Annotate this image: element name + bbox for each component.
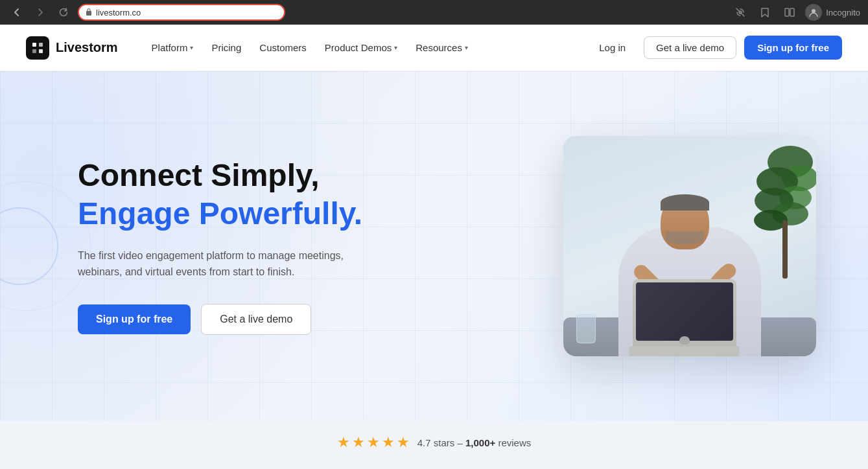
logo-link[interactable]: Livestorm [26, 36, 118, 60]
laptop [633, 279, 736, 347]
incognito-avatar [805, 4, 822, 21]
svg-rect-0 [86, 11, 91, 16]
chevron-down-icon: ▾ [394, 44, 397, 51]
svg-rect-5 [32, 43, 36, 47]
hero-section: Connect Simply, Engage Powerfully. The f… [0, 71, 868, 421]
laptop-screen [636, 282, 733, 341]
logo-text: Livestorm [56, 40, 118, 55]
bookmark-button[interactable] [756, 3, 774, 21]
reload-button[interactable] [54, 3, 73, 21]
rating-section: ★ ★ ★ ★ ★ 4.7 stars – 1,000+ reviews [0, 421, 868, 464]
nav-item-platform[interactable]: Platform ▾ [144, 37, 202, 58]
address-bar[interactable]: livestorm.co [78, 4, 285, 21]
get-demo-button[interactable]: Get a live demo [644, 36, 736, 59]
rating-score: 4.7 stars [417, 437, 455, 448]
nav-item-resources[interactable]: Resources ▾ [408, 37, 476, 58]
svg-rect-6 [39, 43, 43, 47]
hero-image [563, 136, 816, 356]
rating-label: reviews [498, 437, 531, 448]
hero-buttons: Sign up for free Get a live demo [78, 304, 454, 335]
nav-links: Platform ▾ Pricing Customers Product Dem… [144, 37, 476, 58]
nav-item-customers[interactable]: Customers [252, 37, 314, 58]
security-icon [86, 8, 92, 17]
address-text: livestorm.co [96, 8, 141, 17]
hero-content-right [563, 136, 816, 356]
browser-toolbar-right: Incognito [731, 3, 860, 21]
hero-signup-button[interactable]: Sign up for free [78, 304, 191, 334]
chevron-down-icon: ▾ [190, 44, 193, 51]
chevron-down-icon: ▾ [465, 44, 468, 51]
forward-button[interactable] [31, 3, 49, 21]
nav-item-pricing[interactable]: Pricing [204, 37, 249, 58]
back-button[interactable] [8, 3, 26, 21]
login-button[interactable]: Log in [589, 37, 636, 58]
star-5: ★ [397, 434, 410, 451]
logo-icon [26, 36, 49, 60]
incognito-badge: Incognito [805, 4, 860, 21]
nav-right: Log in Get a live demo Sign up for free [589, 36, 842, 60]
star-4: ★ [382, 434, 395, 451]
person-head [661, 194, 709, 249]
svg-point-4 [812, 9, 815, 13]
laptop-base [629, 347, 740, 356]
signup-button[interactable]: Sign up for free [744, 36, 842, 60]
website-content: Livestorm Platform ▾ Pricing Customers P… [0, 25, 868, 469]
glass [576, 314, 596, 343]
hero-content-left: Connect Simply, Engage Powerfully. The f… [78, 157, 454, 335]
hero-description: The first video engagement platform to m… [78, 247, 350, 280]
navbar: Livestorm Platform ▾ Pricing Customers P… [0, 25, 868, 71]
star-2: ★ [352, 434, 365, 451]
person-beard [666, 231, 704, 244]
svg-rect-7 [32, 49, 36, 53]
svg-rect-2 [785, 8, 789, 16]
camera-off-button[interactable] [731, 3, 749, 21]
hero-title-black: Connect Simply, [78, 157, 454, 193]
svg-rect-3 [790, 8, 794, 16]
browser-chrome: livestorm.co [0, 0, 868, 25]
hero-demo-button[interactable]: Get a live demo [201, 304, 311, 335]
star-1: ★ [337, 434, 350, 451]
person-hair [661, 194, 709, 211]
hero-photo [563, 136, 816, 356]
incognito-label: Incognito [826, 8, 860, 17]
laptop-logo [679, 336, 690, 345]
svg-rect-16 [782, 220, 788, 279]
split-view-button[interactable] [780, 3, 799, 21]
rating-separator: – [457, 437, 462, 448]
hero-title-blue: Engage Powerfully. [78, 196, 454, 231]
rating-count: 1,000+ [465, 437, 495, 448]
star-3: ★ [367, 434, 380, 451]
nav-item-product-demos[interactable]: Product Demos ▾ [317, 37, 405, 58]
rating-text: 4.7 stars – 1,000+ reviews [417, 437, 532, 448]
svg-rect-8 [39, 49, 43, 53]
star-rating: ★ ★ ★ ★ ★ [337, 434, 410, 451]
